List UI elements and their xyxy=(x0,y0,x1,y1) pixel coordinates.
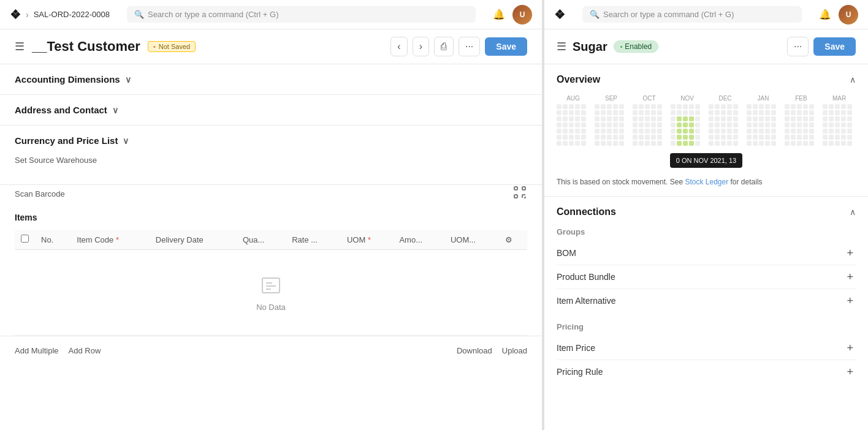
bom-add-button[interactable]: + xyxy=(844,246,856,260)
barcode-field: Scan Barcode xyxy=(0,185,542,213)
overview-section: Overview ∧ AUG SEP OCT NOV DEC JAN xyxy=(544,64,868,197)
th-no: No. xyxy=(35,230,70,250)
currency-section: Currency and Price List ∨ Set Source War… xyxy=(0,126,542,185)
accounting-dimensions-section: Accounting Dimensions ∨ xyxy=(0,64,542,95)
source-warehouse-label: Set Source Warehouse xyxy=(15,156,527,165)
svg-rect-1 xyxy=(522,187,525,190)
download-button[interactable]: Download xyxy=(457,344,492,358)
no-data-row: No Data xyxy=(15,250,527,336)
address-contact-section: Address and Contact ∨ xyxy=(0,95,542,126)
month-aug: AUG xyxy=(557,95,590,102)
heatmap-tooltip: 0 ON NOV 2021, 13 xyxy=(670,153,742,168)
items-table: No. Item Code * Delivery Date Qua... Rat… xyxy=(15,230,527,336)
th-settings: ⚙ xyxy=(499,230,527,250)
address-contact-header[interactable]: Address and Contact ∨ xyxy=(0,95,542,125)
right-header-actions: ··· Save xyxy=(787,37,856,56)
right-panel: ❖ 🔍 Search or type a command (Ctrl + G) … xyxy=(542,0,868,430)
currency-label: Currency and Price List xyxy=(15,135,118,146)
product-bundle-add-button[interactable]: + xyxy=(844,270,856,284)
forward-button[interactable]: › xyxy=(413,37,429,56)
right-more-button[interactable]: ··· xyxy=(787,37,809,56)
bom-item: BOM + xyxy=(557,241,856,265)
connections-chevron-icon[interactable]: ∧ xyxy=(850,207,856,217)
barcode-scan-icon xyxy=(512,185,527,203)
month-feb: FEB xyxy=(785,95,818,102)
groups-group: Groups BOM + Product Bundle + Item Alter… xyxy=(557,227,856,312)
currency-chevron-icon: ∨ xyxy=(123,136,129,146)
settings-icon[interactable]: ⚙ xyxy=(505,235,512,244)
th-uom2: UOM... xyxy=(444,230,499,250)
connections-title: Connections xyxy=(557,206,616,217)
save-button[interactable]: Save xyxy=(485,37,527,56)
product-bundle-label: Product Bundle xyxy=(557,272,615,282)
right-sidebar-toggle-icon[interactable]: ☰ xyxy=(557,40,566,53)
back-button[interactable]: ‹ xyxy=(390,37,407,56)
heatmap-container: AUG SEP OCT NOV DEC JAN FEB MAR xyxy=(557,95,856,170)
right-content: Overview ∧ AUG SEP OCT NOV DEC JAN xyxy=(544,64,868,430)
more-options-button[interactable]: ··· xyxy=(459,37,480,56)
month-dec: DEC xyxy=(709,95,742,102)
month-jan: JAN xyxy=(747,95,780,102)
right-top-nav: ❖ 🔍 Search or type a command (Ctrl + G) … xyxy=(544,0,868,29)
add-multiple-button[interactable]: Add Multiple xyxy=(15,344,59,358)
right-status-dot: • xyxy=(620,43,623,50)
right-save-button[interactable]: Save xyxy=(813,37,856,56)
left-panel: ❖ › SAL-ORD-2022-0008 🔍 Search or type a… xyxy=(0,0,542,430)
currency-header[interactable]: Currency and Price List ∨ xyxy=(0,126,542,156)
accounting-dimensions-header[interactable]: Accounting Dimensions ∨ xyxy=(0,64,542,94)
left-doc-header: ☰ __Test Customer • Not Saved ‹ › ⎙ ··· … xyxy=(0,29,542,64)
stock-ledger-link[interactable]: Stock Ledger xyxy=(685,178,728,186)
table-actions: Add Multiple Add Row Download Upload xyxy=(0,336,542,365)
product-bundle-item: Product Bundle + xyxy=(557,265,856,289)
pricing-rule-add-button[interactable]: + xyxy=(844,365,856,379)
right-nav-right: 🔔 U xyxy=(819,5,858,25)
th-item-code: Item Code * xyxy=(70,230,149,250)
select-all-checkbox[interactable] xyxy=(21,235,29,243)
breadcrumb: SAL-ORD-2022-0008 xyxy=(34,10,110,19)
accounting-dimensions-label: Accounting Dimensions xyxy=(15,74,120,85)
add-row-button[interactable]: Add Row xyxy=(69,344,101,358)
right-search-bar[interactable]: 🔍 Search or type a command (Ctrl + G) xyxy=(582,6,802,23)
right-doc-header: ☰ Sugar • Enabled ··· Save xyxy=(544,29,868,64)
left-search-bar[interactable]: 🔍 Search or type a command (Ctrl + G) xyxy=(127,6,476,23)
svg-rect-0 xyxy=(514,187,517,190)
th-uom: UOM * xyxy=(341,230,394,250)
pricing-rule-label: Pricing Rule xyxy=(557,367,603,377)
pricing-rule-item: Pricing Rule + xyxy=(557,360,856,383)
month-oct: OCT xyxy=(633,95,666,102)
pricing-label: Pricing xyxy=(557,322,856,331)
sidebar-toggle-icon[interactable]: ☰ xyxy=(15,40,25,53)
search-placeholder: Search or type a command (Ctrl + G) xyxy=(148,10,279,19)
connections-section: Connections ∧ Groups BOM + Product Bundl… xyxy=(544,197,868,403)
no-data-icon xyxy=(259,273,283,298)
groups-label: Groups xyxy=(557,227,856,236)
overview-header: Overview ∧ xyxy=(557,74,856,85)
table-actions-right: Download Upload xyxy=(457,344,527,358)
right-search-icon: 🔍 xyxy=(590,10,600,19)
no-data-label: No Data xyxy=(256,303,286,312)
print-button[interactable]: ⎙ xyxy=(434,37,454,56)
right-avatar[interactable]: U xyxy=(839,5,858,25)
th-rate: Rate ... xyxy=(286,230,341,250)
table-header-row: No. Item Code * Delivery Date Qua... Rat… xyxy=(15,230,527,250)
avatar[interactable]: U xyxy=(512,5,532,25)
overview-chevron-icon[interactable]: ∧ xyxy=(850,75,856,85)
item-alternative-add-button[interactable]: + xyxy=(844,294,856,307)
stock-note: This is based on stock movement. See Sto… xyxy=(557,178,856,186)
bell-icon[interactable]: 🔔 xyxy=(493,9,505,20)
items-label: Items xyxy=(15,213,527,222)
item-price-add-button[interactable]: + xyxy=(844,341,856,355)
right-logo-icon: ❖ xyxy=(554,7,565,22)
barcode-label: Scan Barcode xyxy=(15,189,65,198)
currency-content: Set Source Warehouse xyxy=(0,156,542,184)
accounting-chevron-icon: ∨ xyxy=(125,75,131,85)
item-alternative-item: Item Alternative + xyxy=(557,289,856,312)
address-chevron-icon: ∨ xyxy=(112,105,118,115)
right-bell-icon[interactable]: 🔔 xyxy=(819,9,831,20)
no-data-placeholder: No Data xyxy=(21,255,521,330)
upload-button[interactable]: Upload xyxy=(502,344,527,358)
left-top-nav: ❖ › SAL-ORD-2022-0008 🔍 Search or type a… xyxy=(0,0,542,29)
logo-icon: ❖ xyxy=(10,7,21,22)
connections-header: Connections ∧ xyxy=(557,206,856,217)
left-doc-content: Accounting Dimensions ∨ Address and Cont… xyxy=(0,64,542,430)
